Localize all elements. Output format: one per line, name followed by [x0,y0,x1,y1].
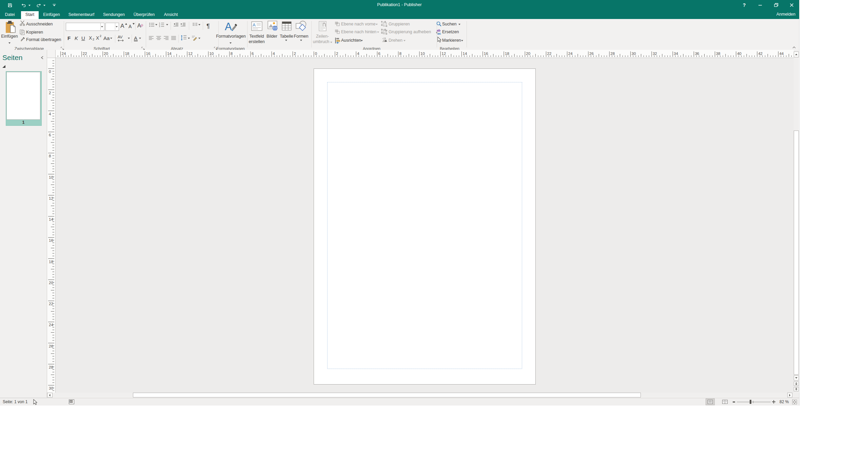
svg-text:30: 30 [632,52,636,56]
svg-text:10: 10 [49,175,53,179]
svg-text:4: 4 [49,112,51,116]
svg-text:4: 4 [273,52,275,56]
svg-text:8: 8 [399,52,401,56]
svg-text:42: 42 [758,52,763,56]
svg-text:XY: XY [70,400,73,403]
svg-text:8: 8 [49,154,51,158]
svg-text:?: ? [743,2,746,8]
svg-text:0: 0 [315,52,317,56]
svg-text:24: 24 [62,52,66,56]
svg-text:20: 20 [104,52,108,56]
svg-text:6: 6 [378,52,380,56]
svg-text:22: 22 [547,52,552,56]
svg-text:22: 22 [49,302,53,306]
svg-text:14: 14 [167,52,172,56]
svg-text:30: 30 [49,386,53,390]
svg-text:16: 16 [49,238,53,242]
svg-text:16: 16 [484,52,488,56]
svg-text:14: 14 [463,52,467,56]
svg-text:2: 2 [294,52,296,56]
svg-text:24: 24 [49,323,53,327]
svg-text:AV: AV [118,35,123,39]
svg-text:ac: ac [437,32,441,35]
svg-text:18: 18 [505,52,509,56]
svg-text:18: 18 [49,260,53,264]
svg-text:40: 40 [737,52,742,56]
svg-text:38: 38 [716,52,721,56]
svg-text:44: 44 [779,52,784,56]
svg-text:12: 12 [49,196,53,200]
svg-text:18: 18 [125,52,129,56]
svg-text:A: A [253,22,256,27]
svg-text:4: 4 [357,52,359,56]
svg-text:6: 6 [49,133,51,137]
svg-text:16: 16 [146,52,151,56]
svg-text:20: 20 [49,281,53,285]
svg-text:3: 3 [159,25,160,27]
svg-text:6: 6 [252,52,254,56]
svg-text:26: 26 [589,52,594,56]
svg-text:34: 34 [674,52,678,56]
svg-text:28: 28 [610,52,615,56]
svg-text:2: 2 [336,52,338,56]
svg-text:20: 20 [526,52,530,56]
svg-text:24: 24 [568,52,573,56]
svg-text:10: 10 [420,52,425,56]
svg-text:8: 8 [231,52,233,56]
svg-text:36: 36 [695,52,699,56]
svg-text:32: 32 [653,52,657,56]
svg-text:22: 22 [83,52,87,56]
svg-text:2: 2 [49,91,51,95]
svg-text:26: 26 [49,344,53,348]
svg-text:12: 12 [441,52,446,56]
svg-text:14: 14 [49,217,53,221]
svg-text:28: 28 [49,365,53,369]
svg-text:12: 12 [188,52,193,56]
svg-text:10: 10 [209,52,214,56]
svg-text:A: A [225,21,232,33]
svg-text:0: 0 [49,70,51,74]
